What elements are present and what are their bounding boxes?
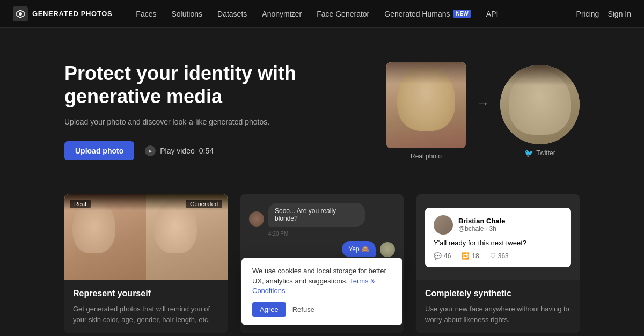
card-synthetic: Bristian Chale @bchale · 3h Y'all ready … <box>416 194 580 333</box>
retweet-icon: 🔁 <box>462 252 470 260</box>
real-photo-wrap: Real photo <box>386 62 466 160</box>
logo-text: GENERATED PHOTOS <box>32 10 112 18</box>
nav-faces[interactable]: Faces <box>129 6 163 21</box>
tweet-likes: ♡ 363 <box>490 252 509 260</box>
chat-bubble-received: Sooo... Are you really blonde? <box>268 203 365 227</box>
real-photo-label: Real photo <box>411 152 442 160</box>
navigation: GENERATED PHOTOS Faces Solutions Dataset… <box>0 0 644 28</box>
heart-icon: ♡ <box>490 252 496 260</box>
twitter-icon: 🐦 <box>524 149 533 157</box>
tweet-avatar <box>434 215 453 235</box>
generated-photo-image <box>500 65 580 144</box>
play-video-button[interactable]: ▶ Play video 0:54 <box>145 145 214 156</box>
nav-right: Pricing Sign In <box>576 10 631 18</box>
hero-actions: Upload photo ▶ Play video 0:54 <box>64 141 354 160</box>
upload-photo-button[interactable]: Upload photo <box>64 141 134 160</box>
cookie-banner: We use cookies and local storage for bet… <box>241 258 402 325</box>
hero-text: Protect your identity with generative me… <box>64 62 354 160</box>
svg-point-1 <box>19 12 22 16</box>
tweet-area: Bristian Chale @bchale · 3h Y'all ready … <box>416 194 580 280</box>
arrow-separator: → <box>477 96 489 111</box>
logo[interactable]: GENERATED PHOTOS <box>13 6 112 21</box>
chat-time-1: 4:20 PM <box>268 231 395 237</box>
chat-sender-avatar <box>249 211 264 227</box>
card-synthetic-content: Completely synthetic Use your new face a… <box>416 280 580 333</box>
card-represent-content: Represent yourself Get generated photos … <box>64 280 228 333</box>
play-label: Play video <box>160 147 195 155</box>
nav-signin[interactable]: Sign In <box>608 10 631 18</box>
tweet-comments: 💬 46 <box>434 252 451 260</box>
tweet-retweets: 🔁 18 <box>462 252 479 260</box>
nav-pricing[interactable]: Pricing <box>576 10 599 18</box>
nav-face-generator[interactable]: Face Generator <box>310 6 376 21</box>
new-badge: New <box>453 10 471 18</box>
card-represent-desc: Get generated photos that will remind yo… <box>73 304 219 325</box>
tweet-text: Y'all ready for this next tweet? <box>434 239 562 247</box>
cookie-actions: Agree Refuse <box>252 302 392 317</box>
comment-icon: 💬 <box>434 252 442 260</box>
nav-generated-humans[interactable]: Generated Humans New <box>378 6 478 21</box>
card-synthetic-title: Completely synthetic <box>425 289 571 298</box>
nav-links: Faces Solutions Datasets Anonymizer Face… <box>129 6 576 21</box>
card-represent: Real Generated Represent yourself Get ge… <box>64 194 228 333</box>
chat-sent: Yep 🙈 <box>249 241 395 257</box>
generated-photo-label: 🐦 Twitter <box>524 149 555 157</box>
nav-api[interactable]: API <box>480 6 505 21</box>
cookie-agree-button[interactable]: Agree <box>252 302 286 317</box>
nav-anonymizer[interactable]: Anonymizer <box>255 6 308 21</box>
logo-icon <box>13 6 28 21</box>
tweet-handle: @bchale · 3h <box>458 225 562 232</box>
card-label-real: Real <box>70 200 91 208</box>
play-icon: ▶ <box>145 145 156 156</box>
card-synthetic-desc: Use your new face anywhere without havin… <box>425 304 571 325</box>
nav-solutions[interactable]: Solutions <box>165 6 209 21</box>
card-synthetic-image: Bristian Chale @bchale · 3h Y'all ready … <box>416 194 580 280</box>
tweet-actions: 💬 46 🔁 18 ♡ 363 <box>434 252 562 260</box>
hero-title: Protect your identity with generative me… <box>64 62 354 108</box>
hero-section: Protect your identity with generative me… <box>0 28 644 194</box>
hero-images: Real photo → 🐦 Twitter <box>386 62 580 160</box>
play-duration: 0:54 <box>199 147 214 155</box>
card-represent-title: Represent yourself <box>73 289 219 298</box>
card-represent-image: Real Generated <box>64 194 228 280</box>
chat-receiver-avatar <box>380 242 395 257</box>
cookie-refuse-button[interactable]: Refuse <box>292 302 314 317</box>
generated-photo-wrap: 🐦 Twitter <box>500 65 580 157</box>
cookie-text: We use cookies and local storage for bet… <box>252 266 392 296</box>
card-label-generated: Generated <box>186 200 222 208</box>
nav-datasets[interactable]: Datasets <box>211 6 253 21</box>
chat-bubble-sent: Yep 🙈 <box>342 241 376 257</box>
tweet-user-info: Bristian Chale @bchale · 3h <box>458 217 562 232</box>
tweet-header: Bristian Chale @bchale · 3h <box>434 215 562 235</box>
tweet-name: Bristian Chale <box>458 217 562 225</box>
tweet-card: Bristian Chale @bchale · 3h Y'all ready … <box>425 208 571 267</box>
real-photo-image <box>386 62 466 148</box>
hero-subtitle: Upload your photo and discover look-a-li… <box>64 118 354 126</box>
chat-received: Sooo... Are you really blonde? <box>249 203 395 227</box>
